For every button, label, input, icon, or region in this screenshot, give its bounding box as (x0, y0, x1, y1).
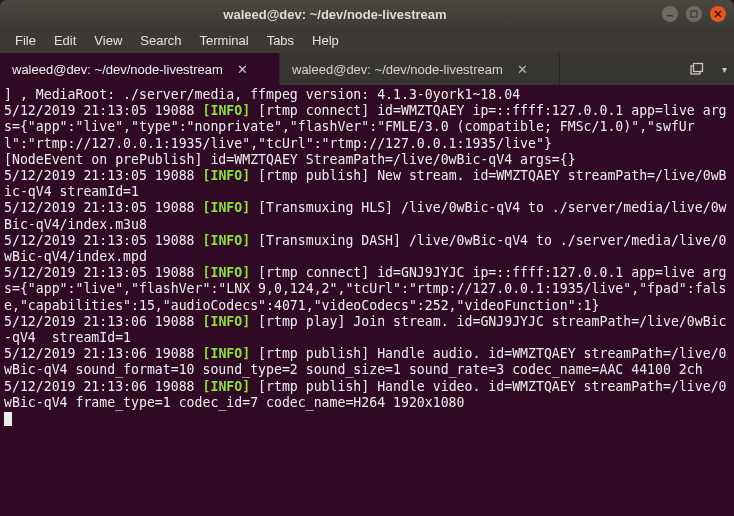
new-tab-button[interactable] (680, 53, 714, 85)
tab-close-icon[interactable]: ✕ (237, 62, 248, 77)
maximize-button[interactable] (686, 6, 702, 22)
log-line: 5/12/2019 21:13:05 19088 [INFO] [rtmp pu… (4, 168, 730, 200)
minimize-icon (666, 10, 674, 18)
tab-label: waleed@dev: ~/dev/node-livestream (12, 62, 223, 77)
window-controls (662, 6, 726, 22)
tab-2[interactable]: waleed@dev: ~/dev/node-livestream ✕ (280, 53, 560, 85)
svg-rect-0 (667, 15, 673, 17)
terminal-output[interactable]: ] , MediaRoot: ./server/media, ffmpeg ve… (0, 85, 734, 516)
menu-edit[interactable]: Edit (45, 30, 85, 51)
log-line: 5/12/2019 21:13:06 19088 [INFO] [rtmp pl… (4, 314, 730, 346)
log-line: 5/12/2019 21:13:05 19088 [INFO] [Transmu… (4, 200, 730, 232)
menu-tabs[interactable]: Tabs (258, 30, 303, 51)
menu-terminal[interactable]: Terminal (191, 30, 258, 51)
cursor-line (4, 411, 730, 427)
log-line: 5/12/2019 21:13:06 19088 [INFO] [rtmp pu… (4, 346, 730, 378)
window-title: waleed@dev: ~/dev/node-livestream (8, 7, 662, 22)
log-line: 5/12/2019 21:13:05 19088 [INFO] [rtmp co… (4, 103, 730, 152)
title-bar: waleed@dev: ~/dev/node-livestream (0, 0, 734, 28)
menu-bar: File Edit View Search Terminal Tabs Help (0, 28, 734, 53)
log-line: ] , MediaRoot: ./server/media, ffmpeg ve… (4, 87, 730, 103)
menu-file[interactable]: File (6, 30, 45, 51)
terminal-window: waleed@dev: ~/dev/node-livestream File E… (0, 0, 734, 516)
svg-rect-5 (694, 64, 703, 72)
menu-help[interactable]: Help (303, 30, 348, 51)
svg-rect-1 (691, 11, 697, 17)
menu-view[interactable]: View (85, 30, 131, 51)
log-line: [NodeEvent on prePublish] id=WMZTQAEY St… (4, 152, 730, 168)
close-icon (714, 10, 722, 18)
log-line: 5/12/2019 21:13:06 19088 [INFO] [rtmp pu… (4, 379, 730, 411)
log-line: 5/12/2019 21:13:05 19088 [INFO] [rtmp co… (4, 265, 730, 314)
cursor-block (4, 412, 12, 426)
tab-bar: waleed@dev: ~/dev/node-livestream ✕ wale… (0, 53, 734, 85)
minimize-button[interactable] (662, 6, 678, 22)
menu-search[interactable]: Search (131, 30, 190, 51)
close-button[interactable] (710, 6, 726, 22)
tab-1[interactable]: waleed@dev: ~/dev/node-livestream ✕ (0, 53, 280, 85)
new-tab-icon (690, 62, 704, 76)
tab-menu-button[interactable]: ▾ (714, 53, 734, 85)
tab-label: waleed@dev: ~/dev/node-livestream (292, 62, 503, 77)
tab-close-icon[interactable]: ✕ (517, 62, 528, 77)
maximize-icon (690, 10, 698, 18)
log-line: 5/12/2019 21:13:05 19088 [INFO] [Transmu… (4, 233, 730, 265)
